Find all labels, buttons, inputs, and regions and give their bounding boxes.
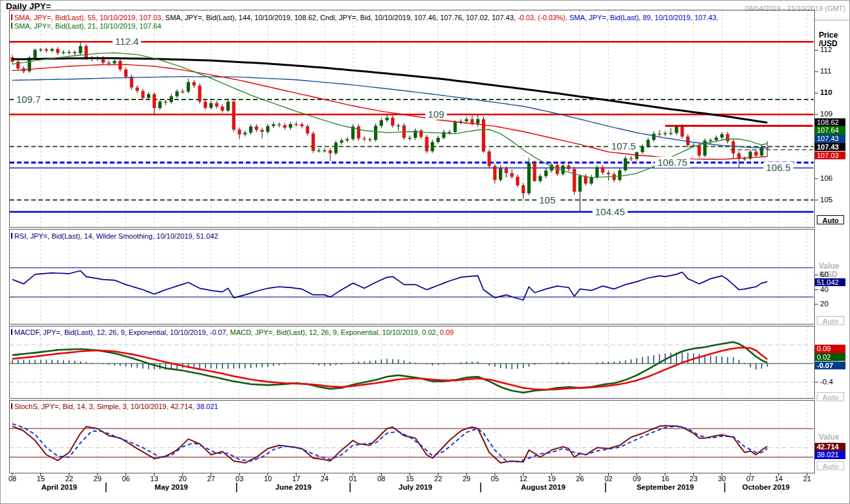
- price-value-box: 0.02: [815, 353, 845, 362]
- auto-scale-button[interactable]: Auto: [817, 215, 844, 224]
- candle-body: [601, 167, 604, 172]
- x-axis-month-label: August 2019: [504, 483, 582, 491]
- candle-body: [56, 49, 59, 53]
- candle-body: [760, 147, 764, 155]
- x-axis-day-label: 08: [376, 475, 386, 483]
- candle-body: [698, 145, 701, 155]
- candle-body: [607, 172, 610, 174]
- candle-body: [448, 132, 451, 133]
- chart-canvas[interactable]: [1, 1, 850, 504]
- candle-body: [283, 125, 286, 127]
- candle-body: [334, 142, 338, 153]
- legend-segment: MACDF, JPY=, Bid(Last), 12, 26, 9, Expon…: [14, 328, 230, 336]
- price-value-box: 107.64: [815, 126, 845, 135]
- axis-header: Value: [819, 261, 839, 271]
- x-axis-day-label: 21: [802, 475, 812, 483]
- x-axis-day-label: 29: [92, 475, 103, 483]
- x-axis-day-label: 26: [575, 475, 585, 483]
- candle-body: [45, 49, 48, 51]
- candle-body: [630, 158, 633, 159]
- candle-body: [646, 140, 650, 146]
- auto-scale-button[interactable]: Auto: [817, 316, 844, 325]
- candle-body: [561, 166, 564, 174]
- auto-scale-button[interactable]: Auto: [817, 461, 844, 470]
- candle-body: [488, 152, 491, 166]
- candle-body: [431, 142, 434, 151]
- x-axis-day-label: 13: [149, 475, 159, 483]
- candle-body: [272, 124, 275, 126]
- legend-segment: 0.09: [440, 328, 453, 336]
- axis-tick-label: 106: [820, 174, 832, 182]
- x-axis-day-label: 15: [405, 475, 415, 483]
- candle-body: [397, 126, 400, 126]
- candle-body: [743, 159, 746, 159]
- candle-body: [204, 101, 207, 108]
- candle-body: [453, 122, 457, 132]
- x-axis-day-label: 19: [546, 475, 557, 483]
- x-axis-day-label: 09: [631, 475, 642, 483]
- candle-body: [657, 134, 661, 135]
- candle-body: [726, 134, 729, 141]
- candle-body: [715, 138, 718, 140]
- candle-body: [340, 140, 343, 143]
- legend-segment: 38.021: [196, 403, 219, 410]
- x-axis-day-label: 08: [7, 475, 18, 483]
- price-value-box: 42.714: [815, 443, 845, 451]
- x-axis-day-label: 06: [121, 475, 131, 483]
- x-axis-day-label: 17: [291, 475, 301, 483]
- macd-signal-line: [12, 348, 767, 390]
- price-value-box: 107.43: [815, 143, 845, 152]
- price-legend-row1: SMA, JPY=, Bid(Last), 55, 10/10/2019, 10…: [11, 14, 718, 21]
- candle-body: [476, 119, 479, 124]
- axis-tick-label: 105: [820, 196, 832, 204]
- candle-body: [85, 46, 88, 59]
- chart-window: Daily JPY= 08/04/2019 - 21/10/2019 (GMT)…: [0, 0, 850, 504]
- candle-body: [363, 139, 366, 139]
- price-value-box: 38.021: [815, 451, 845, 459]
- candle-body: [306, 126, 309, 133]
- candle-body: [368, 139, 371, 140]
- x-axis-month-label: June 2019: [254, 483, 332, 491]
- candle-body: [408, 138, 411, 139]
- price-value-box: 107.03: [815, 152, 845, 160]
- auto-scale-button[interactable]: Auto: [817, 392, 844, 401]
- x-axis-month-label: May 2019: [132, 483, 210, 491]
- candle-body: [419, 131, 423, 137]
- x-axis-day-label: 14: [773, 475, 784, 483]
- candle-body: [135, 88, 139, 91]
- candle-body: [618, 170, 621, 180]
- legend-color-tick: [11, 403, 12, 409]
- legend-segment: SMA, JPY=, Bid(Last), 55, 10/10/2019, 10…: [14, 14, 165, 21]
- candle-body: [266, 126, 269, 132]
- candle-body: [118, 61, 122, 70]
- axis-tick-label: 110: [820, 88, 832, 96]
- candle-body: [663, 133, 667, 134]
- legend-color-tick: [11, 329, 12, 335]
- candle-body: [226, 101, 230, 111]
- candle-body: [323, 150, 326, 151]
- candle-body: [391, 118, 394, 126]
- price-level-label: 112.4: [113, 36, 141, 47]
- legend-segment: -0.03, (-0.03%),: [518, 14, 569, 21]
- candle-body: [107, 62, 111, 63]
- candle-body: [624, 158, 627, 170]
- price-level-label: 107.5: [609, 140, 639, 152]
- x-axis-day-label: 22: [64, 475, 74, 483]
- x-axis-day-label: 02: [604, 475, 614, 483]
- x-axis-month-label: April 2019: [20, 483, 98, 491]
- x-axis-day-label: 10: [263, 475, 273, 483]
- candle-body: [317, 150, 321, 151]
- candle-body: [198, 86, 201, 102]
- candle-body: [312, 133, 315, 151]
- candle-body: [176, 91, 179, 96]
- legend-segment: StochS, JPY=, Bid, 14, 3, Simple, 3, 10/…: [14, 403, 196, 410]
- candle-body: [278, 124, 281, 125]
- candle-body: [147, 94, 150, 98]
- candle-body: [181, 91, 184, 92]
- x-axis-day-label: 24: [319, 475, 330, 483]
- legend-segment: MACD, JPY=, Bid(Last), 12, 26, 9, Expone…: [230, 328, 440, 336]
- price-value-box: 0.09: [815, 345, 845, 353]
- x-axis-day-label: 30: [717, 475, 727, 483]
- candle-body: [754, 152, 758, 155]
- x-axis-day-label: 27: [206, 475, 217, 483]
